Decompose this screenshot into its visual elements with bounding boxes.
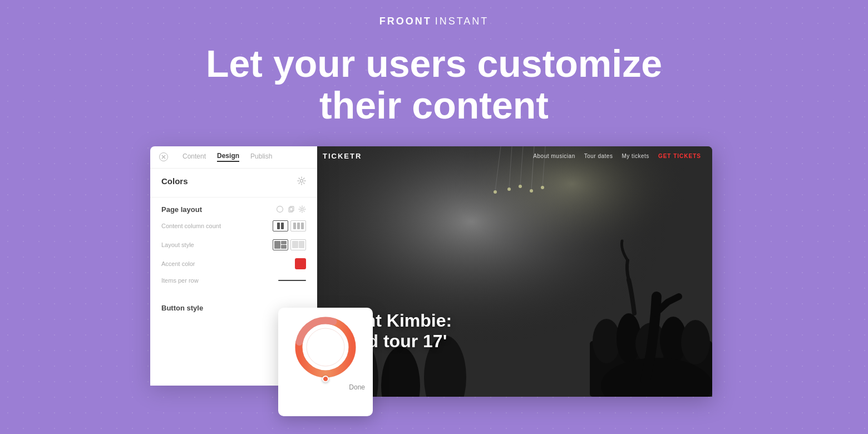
items-per-row-control[interactable] bbox=[278, 280, 306, 281]
page-layout-title: Page layout bbox=[161, 205, 202, 214]
svg-point-2 bbox=[300, 180, 303, 183]
done-button[interactable]: Done bbox=[349, 383, 365, 391]
accent-color-label: Accent color bbox=[161, 260, 195, 267]
column-count-label: Content column count bbox=[161, 223, 221, 229]
layout-opt-2[interactable] bbox=[290, 239, 306, 250]
hero-title: Let your users customize their content bbox=[206, 43, 662, 126]
layout-style-label: Layout style bbox=[161, 241, 194, 248]
concert-nav: TICKETR About musician Tour dates My tic… bbox=[312, 146, 712, 166]
col-opt-2[interactable] bbox=[273, 220, 288, 231]
svg-point-22 bbox=[519, 185, 522, 188]
gear-icon[interactable] bbox=[297, 176, 306, 185]
colors-title: Colors bbox=[161, 176, 188, 186]
column-count-options[interactable] bbox=[273, 220, 306, 231]
panel-tabs: Content Design Publish bbox=[150, 146, 317, 169]
top-bar: FROONT INSTANT bbox=[0, 0, 868, 33]
svg-point-6 bbox=[301, 208, 303, 210]
svg-rect-4 bbox=[289, 208, 293, 212]
settings-icon[interactable] bbox=[298, 205, 306, 213]
nav-get-tickets[interactable]: GET TICKETS bbox=[658, 153, 701, 159]
column-count-row: Content column count bbox=[161, 220, 306, 231]
svg-point-3 bbox=[277, 206, 283, 213]
layout-style-row: Layout style bbox=[161, 239, 306, 250]
accent-color-swatch[interactable] bbox=[295, 258, 306, 269]
colors-section-header: Colors bbox=[161, 176, 306, 186]
brand-logo: FROONT INSTANT bbox=[379, 16, 489, 27]
svg-point-23 bbox=[530, 189, 533, 193]
nav-tour[interactable]: Tour dates bbox=[584, 153, 613, 159]
hero-title-line2: their content bbox=[206, 85, 662, 126]
svg-point-33 bbox=[681, 320, 710, 364]
nav-mytickets[interactable]: My tickets bbox=[622, 153, 649, 159]
page-layout-icons bbox=[276, 205, 306, 213]
close-button[interactable] bbox=[159, 152, 168, 161]
col-opt-3[interactable] bbox=[290, 220, 306, 231]
nav-about[interactable]: About musician bbox=[533, 153, 575, 159]
logo-instant: INSTANT bbox=[435, 16, 489, 27]
accent-color-row: Accent color bbox=[161, 258, 306, 269]
color-ring-container[interactable] bbox=[295, 317, 356, 378]
layout-opt-1[interactable] bbox=[273, 239, 288, 250]
items-per-row-label: Items per row bbox=[161, 277, 199, 284]
screenshots-container: Content Design Publish Colors Page layou… bbox=[150, 146, 718, 397]
tab-publish[interactable]: Publish bbox=[250, 152, 272, 161]
color-ring-svg bbox=[295, 317, 356, 378]
svg-point-29 bbox=[593, 319, 620, 363]
close-icon bbox=[161, 155, 166, 159]
colors-section: Colors bbox=[150, 169, 317, 198]
page-layout-header: Page layout bbox=[161, 205, 306, 214]
logo-froont: FROONT bbox=[379, 16, 432, 27]
color-picker-overlay: Done bbox=[278, 308, 373, 416]
tab-design[interactable]: Design bbox=[217, 152, 239, 162]
circle-icon[interactable] bbox=[276, 205, 284, 213]
svg-point-20 bbox=[494, 190, 497, 194]
svg-rect-5 bbox=[290, 206, 294, 211]
svg-point-21 bbox=[507, 188, 511, 191]
color-picker-handle[interactable] bbox=[322, 376, 329, 382]
copy-icon[interactable] bbox=[287, 205, 295, 213]
svg-point-24 bbox=[541, 186, 544, 189]
layout-style-options[interactable] bbox=[273, 239, 306, 250]
items-per-row-row: Items per row bbox=[161, 277, 306, 284]
tab-content[interactable]: Content bbox=[183, 152, 206, 161]
button-style-title: Button style bbox=[161, 304, 203, 312]
concert-site-logo: TICKETR bbox=[323, 152, 362, 160]
stepper-line[interactable] bbox=[278, 280, 306, 281]
hero-title-line1: Let your users customize bbox=[206, 43, 662, 85]
page-layout-section: Page layout Content c bbox=[150, 198, 317, 297]
concert-nav-links: About musician Tour dates My tickets GET… bbox=[533, 153, 701, 159]
